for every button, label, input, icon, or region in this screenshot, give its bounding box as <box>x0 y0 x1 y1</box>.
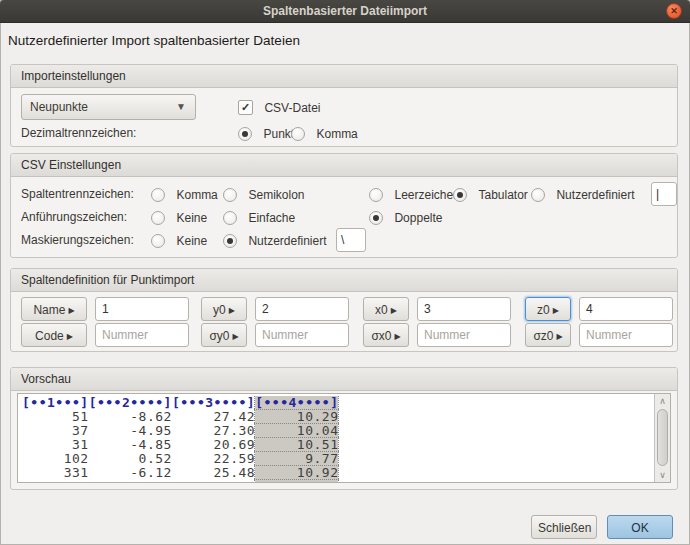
radio-separator-tabulator[interactable]: Tabulator <box>453 184 528 204</box>
arrow-right-icon: ▶ <box>68 306 74 315</box>
radio-quote-einfache[interactable]: Einfache <box>223 207 295 227</box>
sigma-y0-column-input[interactable] <box>255 323 349 347</box>
quote-char-label: Anführungszeichen: <box>21 207 127 227</box>
import-dialog: Spaltenbasierter Dateiimport ✕ Nutzerdef… <box>0 0 690 545</box>
radio-icon <box>531 188 545 202</box>
arrow-right-icon: ▶ <box>67 332 73 341</box>
radio-escape-nutzerdefiniert[interactable]: Nutzerdefiniert <box>223 230 327 250</box>
radio-separator-semikolon-label: Semikolon <box>248 188 304 202</box>
radio-selected-icon <box>238 127 252 141</box>
radio-separator-nutzerdefiniert-label: Nutzerdefiniert <box>556 188 634 202</box>
radio-decimal-punkt-label: Punkt <box>263 127 294 141</box>
escape-custom-input[interactable] <box>336 228 366 252</box>
preview-area[interactable]: [••1•••][•••2••••][•••3••••][•••4••••] 5… <box>17 393 671 483</box>
csv-file-checkbox-label: CSV-Datei <box>264 101 320 115</box>
assign-sigma-x0-button[interactable]: σx0▶ <box>363 323 409 347</box>
separator-custom-input[interactable] <box>651 182 677 206</box>
radio-icon <box>151 211 165 225</box>
window-title: Spaltenbasierter Dateiimport <box>0 0 690 22</box>
scrollbar-thumb[interactable] <box>657 409 668 466</box>
radio-separator-komma[interactable]: Komma <box>151 184 218 204</box>
radio-selected-icon <box>369 211 383 225</box>
close-icon: ✕ <box>667 4 681 18</box>
radio-quote-doppelte-label: Doppelte <box>394 211 442 225</box>
group-column-definition: Spaltendefinition für Punktimport Name▶ … <box>10 268 678 352</box>
y0-column-input[interactable] <box>255 297 349 321</box>
group-import-settings: Importeinstellungen Neupunkte ▼ ✓ CSV-Da… <box>10 64 678 147</box>
target-select-value: Neupunkte <box>30 100 88 114</box>
radio-icon <box>369 188 383 202</box>
chevron-down-icon: ▼ <box>176 95 186 119</box>
radio-quote-einfache-label: Einfache <box>248 211 295 225</box>
ok-button[interactable]: OK <box>607 515 673 539</box>
checkbox-check-icon: ✓ <box>238 100 253 115</box>
radio-separator-leerzeichen-label: Leerzeichen <box>394 188 459 202</box>
sigma-z0-column-input[interactable] <box>579 323 673 347</box>
radio-icon <box>223 211 237 225</box>
radio-separator-leerzeichen[interactable]: Leerzeichen <box>369 184 460 204</box>
name-column-input[interactable] <box>95 297 189 321</box>
group-preview-title: Vorschau <box>11 368 677 391</box>
dialog-heading: Nutzerdefinierter Import spaltenbasierte… <box>8 33 300 48</box>
escape-char-label: Maskierungszeichen: <box>21 230 134 250</box>
scroll-up-icon[interactable]: ∧ <box>655 394 670 408</box>
group-column-definition-title: Spaltendefinition für Punktimport <box>11 269 677 292</box>
radio-icon <box>151 188 165 202</box>
radio-decimal-komma[interactable]: Komma <box>291 123 358 143</box>
radio-separator-komma-label: Komma <box>176 188 217 202</box>
assign-sigma-z0-button[interactable]: σz0▶ <box>525 323 571 347</box>
close-window-button[interactable]: ✕ <box>666 3 682 19</box>
group-csv-settings: CSV Einstellungen Spaltentrennzeichen: K… <box>10 153 678 258</box>
z0-column-input[interactable] <box>579 297 673 321</box>
assign-sigma-y0-button[interactable]: σy0▶ <box>201 323 247 347</box>
titlebar[interactable]: Spaltenbasierter Dateiimport ✕ <box>0 0 690 23</box>
close-button[interactable]: Schließen <box>531 515 597 539</box>
radio-escape-keine-label: Keine <box>176 234 207 248</box>
radio-decimal-komma-label: Komma <box>316 127 357 141</box>
assign-x0-button[interactable]: x0▶ <box>363 297 409 321</box>
radio-separator-tabulator-label: Tabulator <box>478 188 527 202</box>
group-import-settings-title: Importeinstellungen <box>11 65 677 88</box>
preview-scrollbar[interactable]: ∧ ∨ <box>654 394 670 482</box>
arrow-right-icon: ▶ <box>232 332 238 341</box>
radio-escape-keine[interactable]: Keine <box>151 230 207 250</box>
code-column-input[interactable] <box>95 323 189 347</box>
assign-z0-button[interactable]: z0▶ <box>525 297 571 321</box>
radio-quote-doppelte[interactable]: Doppelte <box>369 207 443 227</box>
radio-quote-keine-label: Keine <box>176 211 207 225</box>
sigma-x0-column-input[interactable] <box>417 323 511 347</box>
arrow-right-icon: ▶ <box>229 306 235 315</box>
group-csv-settings-title: CSV Einstellungen <box>11 154 677 177</box>
assign-code-button[interactable]: Code▶ <box>21 323 87 347</box>
arrow-right-icon: ▶ <box>391 306 397 315</box>
radio-separator-semikolon[interactable]: Semikolon <box>223 184 304 204</box>
radio-separator-nutzerdefiniert[interactable]: Nutzerdefiniert <box>531 184 635 204</box>
arrow-right-icon: ▶ <box>556 332 562 341</box>
preview-text[interactable]: [••1•••][•••2••••][•••3••••][•••4••••] 5… <box>22 396 653 482</box>
radio-icon <box>291 127 305 141</box>
target-select[interactable]: Neupunkte ▼ <box>21 94 196 120</box>
x0-column-input[interactable] <box>417 297 511 321</box>
radio-icon <box>223 188 237 202</box>
arrow-right-icon: ▶ <box>394 332 400 341</box>
group-preview: Vorschau [••1•••][•••2••••][•••3••••][••… <box>10 367 678 490</box>
arrow-right-icon: ▶ <box>553 306 559 315</box>
radio-selected-icon <box>453 188 467 202</box>
radio-icon <box>151 234 165 248</box>
radio-selected-icon <box>223 234 237 248</box>
assign-name-button[interactable]: Name▶ <box>21 297 87 321</box>
radio-decimal-punkt[interactable]: Punkt <box>238 123 294 143</box>
radio-escape-nutzerdefiniert-label: Nutzerdefiniert <box>248 234 326 248</box>
column-separator-label: Spaltentrennzeichen: <box>21 184 134 204</box>
csv-file-checkbox[interactable]: ✓ CSV-Datei <box>238 98 320 116</box>
assign-y0-button[interactable]: y0▶ <box>201 297 247 321</box>
radio-quote-keine[interactable]: Keine <box>151 207 207 227</box>
decimal-separator-label: Dezimaltrennzeichen: <box>21 123 136 143</box>
scroll-down-icon[interactable]: ∨ <box>655 468 670 482</box>
